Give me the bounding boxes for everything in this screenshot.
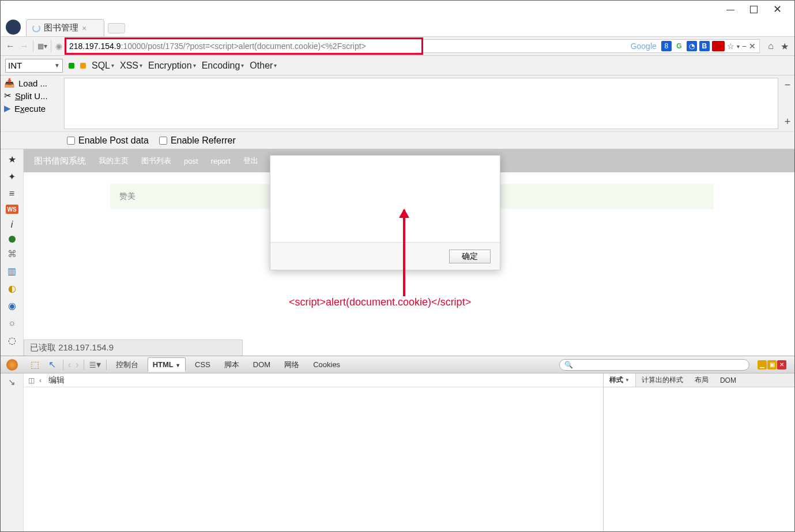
search-provider-label: Google [631, 41, 657, 51]
new-tab-button[interactable] [108, 23, 125, 33]
site-nav-home[interactable]: 我的主页 [99, 156, 129, 166]
puzzle-icon[interactable]: ✦ [6, 170, 18, 183]
info-icon[interactable]: i [6, 218, 18, 231]
annotation-caption: <script>alert(document.cookie)</script> [289, 296, 471, 308]
stop-icon[interactable]: ✕ [749, 41, 756, 51]
int-selector[interactable]: INT ▼ [5, 59, 63, 73]
back-button[interactable]: ← [4, 40, 17, 52]
fb-tab-console[interactable]: 控制台 [111, 357, 143, 372]
fb-side-dom[interactable]: DOM [714, 373, 742, 387]
spiral-icon[interactable]: ◉ [6, 299, 18, 312]
hackbar-execute-button[interactable]: ▶Execute [4, 103, 61, 114]
fb-side-layout[interactable]: 布局 [689, 373, 714, 387]
search-icon: 🔍 [564, 361, 573, 369]
fb-tab-dom[interactable]: DOM [248, 358, 275, 371]
fb-html-body[interactable] [24, 387, 603, 531]
fb-back[interactable]: ‹ [68, 360, 71, 370]
green-c-icon[interactable]: G [674, 41, 684, 51]
link-icon[interactable]: ⌘ [6, 247, 18, 260]
fb-side-body [604, 387, 794, 531]
forward-button[interactable]: → [18, 40, 31, 52]
tab-title: 图书管理 [44, 22, 78, 33]
browser-tab[interactable]: 图书管理 × [26, 19, 104, 36]
gold-icon[interactable]: ◐ [6, 282, 18, 295]
load-icon: 📥 [4, 78, 15, 88]
google-icon[interactable]: 8 [661, 41, 672, 51]
lines-icon[interactable]: ≡ [6, 187, 18, 200]
hackbar-split-button[interactable]: ✂Split U... [4, 90, 61, 101]
fb-tab-cookies[interactable]: Cookies [308, 358, 345, 371]
loading-spinner-icon [32, 24, 40, 32]
enable-referrer-checkbox[interactable]: Enable Referrer [159, 135, 236, 146]
execute-icon: ▶ [4, 103, 11, 114]
site-nav-post[interactable]: post [184, 157, 198, 165]
alert-body [270, 156, 500, 242]
fb-forward[interactable]: › [76, 360, 78, 370]
bookmark-star-icon[interactable]: ☆ [727, 41, 734, 51]
window-close[interactable]: ✕ [769, 1, 785, 17]
fb-minimize[interactable]: ▁ [758, 360, 767, 369]
hackbar-menu-xss[interactable]: XSS▾ [120, 61, 142, 71]
window-minimize[interactable]: — [722, 1, 739, 17]
site-nav-books[interactable]: 图书列表 [141, 156, 171, 166]
fb-tab-net[interactable]: 网络 [280, 357, 304, 372]
fb-inspect-icon[interactable]: ⬚ [28, 359, 41, 370]
fb-lines-icon[interactable]: ≣▾ [89, 359, 101, 370]
bookmarks-menu-icon[interactable]: ★ [778, 40, 791, 52]
dotcircle-icon[interactable]: ◌ [6, 334, 18, 346]
cc-icon[interactable]: ◔ [687, 41, 697, 51]
window-maximize[interactable] [750, 6, 758, 13]
hackbar-menu-sql[interactable]: SQL▾ [92, 61, 114, 71]
bookmark-dropdown-icon[interactable]: ▾ [737, 43, 740, 50]
fb-popout[interactable]: ▣ [767, 360, 777, 369]
grid-menu-icon[interactable]: ▦▾ [36, 40, 48, 52]
fb-side-arrow-icon[interactable]: ↘ [8, 377, 16, 387]
tab-close-icon[interactable]: × [82, 24, 86, 33]
hackbar-menu-other[interactable]: Other▾ [250, 61, 277, 71]
fb-side-style[interactable]: 样式▼ [604, 373, 636, 387]
fb-tab-script[interactable]: 脚本 [220, 357, 244, 372]
red-flag-icon[interactable] [712, 41, 725, 51]
home-button[interactable]: ⌂ [764, 40, 777, 52]
globe-icon: ◉ [54, 41, 64, 51]
dash-icon: − [742, 41, 747, 51]
firebug-icon[interactable] [6, 359, 18, 371]
enable-post-checkbox[interactable]: Enable Post data [67, 135, 149, 146]
fb-pointer-icon[interactable]: ↖ [46, 359, 58, 370]
site-brand: 图书借阅系统 [34, 156, 86, 167]
alert-ok-button[interactable]: 确定 [449, 250, 491, 263]
fb-tab-css[interactable]: CSS [190, 358, 215, 371]
site-nav-logout[interactable]: 登出 [243, 156, 258, 166]
fb-edit-button[interactable]: 编辑 [48, 375, 65, 386]
address-bar[interactable]: 218.197.154.9:10000/post/1735/?post=<scr… [65, 39, 760, 53]
fb-tab-html[interactable]: HTML ▼ [148, 357, 186, 372]
hackbar-menu-encryption[interactable]: Encryption▾ [148, 61, 196, 71]
js-alert-dialog: 确定 [270, 155, 500, 270]
separator [51, 40, 51, 52]
fb-search-input[interactable]: 🔍 [559, 359, 749, 371]
fb-close[interactable]: ✕ [777, 360, 786, 369]
b-icon[interactable]: B [699, 41, 710, 51]
star-icon[interactable]: ★ [6, 153, 18, 165]
browser-icon [1, 18, 26, 36]
int-label: INT [8, 61, 22, 70]
url-path: :10000/post/1735/?post=<script>alert(doc… [121, 41, 366, 51]
hackbar-textarea[interactable] [64, 78, 778, 129]
fb-side-computed[interactable]: 计算出的样式 [636, 373, 689, 387]
crumb-icon: ◫ [28, 376, 35, 384]
zoom-out-button[interactable]: − [785, 79, 791, 91]
ws-icon[interactable]: WS [6, 205, 18, 214]
hackbar-menu-encoding[interactable]: Encoding▾ [202, 61, 244, 71]
addon-rail: ★ ✦ ≡ WS i ⌘ ▥ ◐ ◉ ☼ ◌ [1, 149, 24, 356]
green-dot-icon[interactable] [9, 236, 16, 243]
orange-status-icon [80, 63, 86, 69]
hackbar-load-button[interactable]: 📥Load ... [4, 78, 61, 88]
purple-sun-icon[interactable]: ☼ [6, 316, 18, 329]
post-placeholder: 赞美 [119, 191, 135, 202]
selection-icon[interactable]: ▥ [6, 265, 18, 277]
zoom-in-button[interactable]: + [785, 116, 791, 128]
fb-breadcrumb: ◫‹ [28, 376, 42, 384]
annotation-arrow [403, 210, 405, 296]
status-text: 已读取 218.197.154.9 [30, 342, 114, 353]
site-nav-report[interactable]: report [211, 157, 231, 165]
